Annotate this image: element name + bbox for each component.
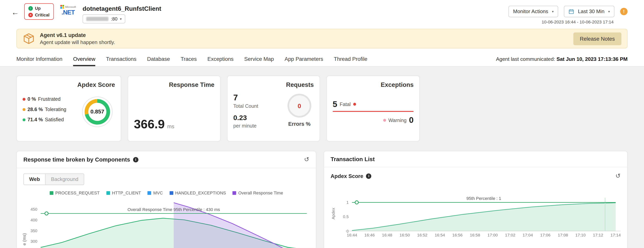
errors-label: Errors % bbox=[288, 121, 310, 127]
tab-thread-profile[interactable]: Thread Profile bbox=[334, 56, 368, 66]
package-icon bbox=[23, 33, 35, 45]
tab-traces[interactable]: Traces bbox=[180, 56, 197, 66]
card-title: Apdex Score bbox=[23, 81, 115, 88]
components-chart-legend: PROCESS_REQUEST HTTP_CLIENT MVC HANDLED_… bbox=[24, 190, 309, 195]
info-icon[interactable] bbox=[133, 157, 138, 162]
tab-overview[interactable]: Overview bbox=[73, 56, 95, 66]
requests-total-label: Total Count bbox=[233, 103, 258, 109]
apdex-legend-frustrated: 0 %Frustrated bbox=[23, 96, 66, 102]
history-icon[interactable] bbox=[304, 156, 309, 163]
tab-transactions[interactable]: Transactions bbox=[106, 56, 136, 66]
svg-text:16:46: 16:46 bbox=[364, 233, 375, 237]
transaction-panel-title: Transaction List bbox=[330, 156, 375, 162]
microsoft-flag-icon bbox=[60, 5, 64, 9]
legend-swatch bbox=[106, 191, 110, 195]
banner-title: Agent v6.1 update bbox=[40, 32, 115, 38]
card-title: Response Time bbox=[134, 81, 214, 88]
apdex-score-subtitle: Apdex Score bbox=[330, 173, 363, 179]
legend-swatch bbox=[232, 191, 236, 195]
legend-swatch bbox=[50, 191, 53, 195]
info-icon[interactable] bbox=[366, 173, 372, 179]
back-icon[interactable] bbox=[12, 8, 19, 17]
banner-text: Agent v6.1 update Agent update will happ… bbox=[40, 32, 115, 45]
metric-cards-row: Apdex Score 0 %Frustrated 28.6 %Tolerati… bbox=[16, 76, 628, 141]
title-block: dotnetagent6_RunfstClient :80 bbox=[82, 3, 161, 24]
svg-text:16:44: 16:44 bbox=[347, 233, 357, 237]
apdex-value: 0.857 bbox=[88, 103, 106, 120]
host-port: :80 bbox=[111, 17, 118, 21]
apdex-legend-tolerating: 28.6 %Tolerating bbox=[23, 106, 66, 112]
svg-text:16:56: 16:56 bbox=[452, 233, 463, 237]
requests-card: Requests 7 Total Count 0.23 per minute 0… bbox=[227, 76, 320, 141]
svg-text:300: 300 bbox=[30, 239, 37, 244]
svg-text:16:58: 16:58 bbox=[470, 233, 480, 237]
date-range-text: 10-06-2023 16:44 - 10-06-2023 17:14 bbox=[542, 19, 614, 24]
requests-total-count: 7 bbox=[233, 93, 258, 102]
svg-text:17:14: 17:14 bbox=[610, 233, 621, 237]
status-critical-label: Critical bbox=[35, 12, 50, 17]
tab-monitor-information[interactable]: Monitor Information bbox=[16, 56, 62, 66]
svg-text:16:50: 16:50 bbox=[400, 233, 410, 237]
svg-text:95th Percentile : 1: 95th Percentile : 1 bbox=[466, 196, 501, 201]
apdex-gauge: 0.857 bbox=[82, 96, 112, 127]
apdex-legend-satisfied: 71.4 %Satisfied bbox=[23, 117, 66, 122]
chevron-down-icon bbox=[552, 10, 554, 14]
host-dropdown[interactable]: :80 bbox=[82, 15, 125, 24]
apdex-score-card: Apdex Score 0 %Frustrated 28.6 %Tolerati… bbox=[16, 76, 121, 141]
svg-text:16:52: 16:52 bbox=[417, 233, 428, 237]
apm-dashboard: Up Critical Microsoft .NET dotnetagent6_… bbox=[0, 0, 644, 248]
chart-panels-row: Response time broken by Components Web B… bbox=[16, 151, 628, 248]
fatal-row: 5 Fatal bbox=[333, 100, 414, 109]
warning-value: 0 bbox=[409, 116, 414, 125]
time-range-label: Last 30 Min bbox=[578, 9, 604, 14]
requests-per-minute: 0.23 bbox=[233, 114, 258, 122]
fatal-underline bbox=[333, 111, 414, 112]
top-bar: Up Critical Microsoft .NET dotnetagent6_… bbox=[0, 0, 644, 26]
tab-database[interactable]: Database bbox=[147, 56, 170, 66]
svg-text:17:02: 17:02 bbox=[505, 233, 516, 237]
errors-value: 0 bbox=[288, 94, 311, 118]
status-up-label: Up bbox=[35, 6, 41, 11]
svg-text:17:04: 17:04 bbox=[523, 233, 533, 237]
warning-icon[interactable] bbox=[620, 8, 628, 15]
legend-dot bbox=[23, 108, 26, 111]
svg-text:450: 450 bbox=[30, 207, 37, 211]
agent-last-communicated: Agent last communicated: Sat Jun 10, 202… bbox=[496, 56, 628, 66]
apdex-legend: 0 %Frustrated 28.6 %Tolerating 71.4 %Sat… bbox=[23, 96, 66, 127]
monitor-status-box: Up Critical bbox=[24, 3, 54, 20]
warning-dot bbox=[383, 119, 386, 122]
svg-text:400: 400 bbox=[30, 218, 37, 222]
svg-text:Apdex: Apdex bbox=[331, 208, 336, 219]
history-icon[interactable] bbox=[616, 172, 620, 180]
toggle-web[interactable]: Web bbox=[24, 174, 46, 185]
response-time-unit: ms bbox=[167, 123, 174, 130]
agent-update-banner: Agent v6.1 update Agent update will happ… bbox=[16, 29, 628, 49]
warning-label: Warning bbox=[388, 117, 406, 123]
legend-http-client: HTTP_CLIENT bbox=[106, 190, 141, 195]
card-title: Exceptions bbox=[333, 81, 414, 88]
tab-exceptions[interactable]: Exceptions bbox=[208, 56, 234, 66]
legend-process-request: PROCESS_REQUEST bbox=[50, 190, 100, 195]
web-background-toggle: Web Background bbox=[24, 173, 84, 185]
svg-text:16:48: 16:48 bbox=[382, 233, 392, 237]
toggle-background[interactable]: Background bbox=[46, 174, 84, 185]
monitor-actions-dropdown[interactable]: Monitor Actions bbox=[508, 6, 558, 17]
chevron-down-icon bbox=[608, 10, 610, 14]
legend-swatch bbox=[148, 191, 151, 195]
svg-text:0.5: 0.5 bbox=[343, 214, 348, 219]
redacted-host-text bbox=[86, 17, 108, 21]
tab-service-map[interactable]: Service Map bbox=[244, 56, 274, 66]
svg-text:1: 1 bbox=[346, 200, 349, 204]
page-title: dotnetagent6_RunfstClient bbox=[82, 5, 161, 12]
response-time-card: Response Time 366.9 ms bbox=[128, 76, 220, 141]
logo-product: .NET bbox=[62, 9, 75, 16]
dotnet-logo: Microsoft .NET bbox=[60, 5, 76, 16]
components-ylabel: e (ms) bbox=[22, 229, 26, 248]
fatal-label: Fatal bbox=[340, 101, 351, 107]
time-range-dropdown[interactable]: Last 30 Min bbox=[564, 6, 614, 17]
svg-text:17:00: 17:00 bbox=[488, 233, 498, 237]
status-up: Up bbox=[28, 6, 50, 11]
release-notes-button[interactable]: Release Notes bbox=[573, 32, 622, 45]
tab-app-parameters[interactable]: App Parameters bbox=[284, 56, 323, 66]
legend-handled-exceptions: HANDLED_EXCEPTIONS bbox=[170, 190, 226, 195]
